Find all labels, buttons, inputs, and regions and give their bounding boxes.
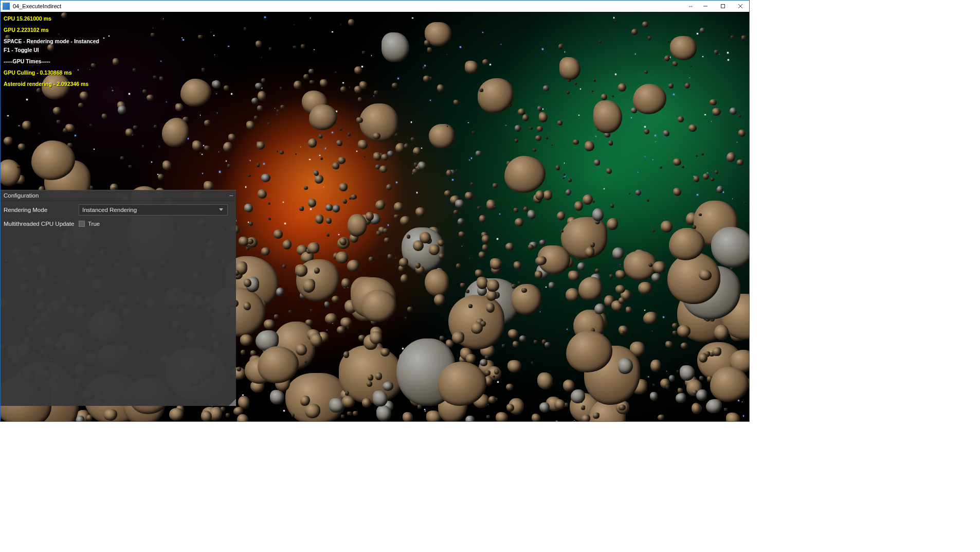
gpu-time-text: GPU 2.223102 ms [4, 26, 99, 34]
svg-marker-4 [219, 208, 223, 211]
rendering-mode-label: Rendering Mode [4, 207, 79, 213]
resize-grip-icon[interactable] [229, 399, 236, 406]
hint-toggle-ui: F1 - Toggle UI [4, 46, 99, 55]
resize-horizontal-icon[interactable]: ↔ [688, 3, 694, 9]
close-button[interactable] [732, 1, 749, 12]
multithreaded-checkbox[interactable] [79, 221, 85, 227]
window-title: 04_ExecuteIndirect [13, 3, 688, 9]
gpu-culling-text: GPU Culling - 0.130868 ms [4, 69, 99, 77]
minimize-button[interactable] [697, 1, 714, 12]
close-icon [738, 4, 743, 9]
configuration-header[interactable]: Configuration – [1, 190, 236, 201]
rendering-mode-dropdown[interactable]: Instanced Rendering [79, 204, 228, 216]
asteroid-rendering-text: Asteroid rendering - 2.092346 ms [4, 80, 99, 88]
multithreaded-checkbox-wrap[interactable]: True [79, 221, 233, 227]
rendering-mode-row: Rendering Mode Instanced Rendering [4, 204, 233, 216]
app-icon [3, 3, 10, 10]
gpu-times-header: -----GPU Times----- [4, 58, 99, 66]
multithreaded-row: Multithreaded CPU Update True [4, 221, 233, 227]
configuration-panel[interactable]: Configuration – Rendering Mode Instanced… [1, 190, 236, 406]
collapse-icon[interactable]: – [229, 192, 233, 199]
chevron-down-icon [218, 206, 224, 213]
svg-rect-1 [721, 5, 725, 8]
configuration-title: Configuration [4, 192, 39, 199]
rendering-mode-value: Instanced Rendering [82, 207, 137, 213]
minimize-icon [703, 4, 708, 9]
application-window: 04_ExecuteIndirect ↔ CPU 15.261000 ms GP… [0, 0, 750, 422]
hint-rendering-mode: SPACE - Rendering mode - Instanced [4, 38, 99, 46]
render-viewport[interactable]: CPU 15.261000 ms GPU 2.223102 ms SPACE -… [1, 12, 749, 421]
multithreaded-value: True [88, 221, 100, 227]
cpu-time-text: CPU 15.261000 ms [4, 15, 99, 23]
maximize-icon [720, 4, 725, 9]
window-titlebar[interactable]: 04_ExecuteIndirect ↔ [1, 1, 749, 12]
maximize-button[interactable] [714, 1, 732, 12]
window-controls [697, 1, 749, 12]
multithreaded-label: Multithreaded CPU Update [4, 221, 79, 227]
configuration-body: Rendering Mode Instanced Rendering Multi… [1, 201, 236, 406]
stats-overlay: CPU 15.261000 ms GPU 2.223102 ms SPACE -… [4, 15, 99, 89]
